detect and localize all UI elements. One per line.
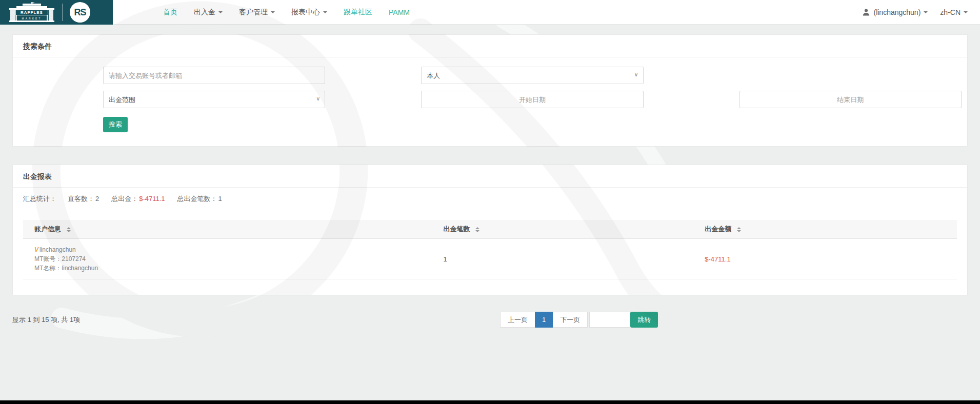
summary-direct-clients: 直客数：2 bbox=[68, 194, 99, 204]
user-icon bbox=[863, 9, 870, 16]
header-account-info[interactable]: 账户信息 bbox=[23, 220, 443, 239]
page-content: 搜索条件 本人 出金范围 bbox=[0, 34, 980, 328]
cell-withdrawal-amount: $-4711.1 bbox=[705, 239, 957, 279]
withdraw-range-select[interactable]: 出金范围 bbox=[103, 91, 325, 108]
table-footer: 显示 1 到 15 项, 共 1项 上一页 1 下一页 跳转 bbox=[12, 312, 968, 328]
cell-account-info: Vlinchangchun MT账号：2107274 MT名称：linchang… bbox=[23, 239, 443, 279]
page-1-button[interactable]: 1 bbox=[535, 312, 553, 328]
search-panel-title: 搜索条件 bbox=[13, 35, 967, 57]
vip-badge-icon: V bbox=[34, 246, 38, 253]
search-panel: 搜索条件 本人 出金范围 bbox=[12, 34, 968, 147]
owner-select[interactable]: 本人 bbox=[421, 67, 643, 84]
summary-total-withdrawal: 总出金：$-4711.1 bbox=[111, 194, 165, 204]
summary-statistics: 汇总统计： 直客数：2 总出金：$-4711.1 总出金笔数：1 bbox=[13, 188, 967, 209]
withdrawal-report-table: 账户信息 出金笔数 出金金额 bbox=[23, 220, 957, 279]
summary-label: 汇总统计： bbox=[23, 194, 56, 204]
chevron-down-icon bbox=[218, 11, 223, 13]
sort-icon bbox=[475, 227, 479, 232]
mt-name-line: MT名称：linchangchun bbox=[34, 264, 439, 273]
rs-logo: RS bbox=[70, 2, 90, 23]
language-label: zh-CN bbox=[940, 8, 961, 16]
brand-block: RAFFLES MARKET RS bbox=[0, 0, 113, 25]
brand-subtitle: MARKET bbox=[15, 17, 48, 20]
user-menu[interactable]: (linchangchun) bbox=[856, 0, 934, 25]
raffles-building-logo: RAFFLES MARKET bbox=[8, 2, 55, 23]
chevron-down-icon bbox=[964, 11, 968, 13]
nav-item-copy-community[interactable]: 跟单社区 bbox=[335, 0, 381, 25]
report-panel-title: 出金报表 bbox=[13, 165, 967, 188]
account-name-line: Vlinchangchun bbox=[34, 245, 439, 254]
sort-icon bbox=[67, 227, 71, 232]
cell-withdrawal-count: 1 bbox=[443, 239, 705, 279]
jump-page-input[interactable] bbox=[589, 312, 630, 328]
nav-item-home[interactable]: 首页 bbox=[155, 0, 186, 25]
chevron-down-icon bbox=[323, 11, 327, 13]
table-header-row: 账户信息 出金笔数 出金金额 bbox=[23, 220, 957, 239]
withdraw-range-select-wrap: 出金范围 bbox=[103, 91, 325, 108]
language-selector[interactable]: zh-CN bbox=[934, 0, 974, 25]
main-nav: 首页 出入金 客户管理 报表中心 跟单社区 PAMM bbox=[155, 0, 418, 24]
search-form-row-1: 本人 bbox=[13, 67, 967, 84]
chevron-down-icon bbox=[924, 11, 928, 13]
top-navbar: RAFFLES MARKET RS 首页 出入金 客户管理 报表中心 跟单社区 … bbox=[0, 0, 980, 25]
start-date-input[interactable] bbox=[421, 91, 643, 108]
header-withdrawal-amount[interactable]: 出金金额 bbox=[705, 220, 957, 239]
pagination: 上一页 1 下一页 跳转 bbox=[500, 312, 658, 328]
header-withdrawal-count[interactable]: 出金笔数 bbox=[443, 220, 705, 239]
brand-divider bbox=[63, 4, 63, 21]
total-withdrawal-value: $-4711.1 bbox=[139, 195, 165, 203]
withdrawal-report-panel: 出金报表 汇总统计： 直客数：2 总出金：$-4711.1 总出金笔数：1 账户… bbox=[12, 165, 968, 295]
navbar-right: (linchangchun) zh-CN bbox=[856, 0, 980, 24]
next-page-button[interactable]: 下一页 bbox=[553, 312, 588, 328]
bottom-bar bbox=[0, 400, 980, 404]
summary-total-count: 总出金笔数：1 bbox=[177, 194, 222, 204]
user-name: (linchangchun) bbox=[873, 8, 921, 16]
brand-name: RAFFLES bbox=[15, 10, 48, 15]
nav-item-pamm[interactable]: PAMM bbox=[381, 0, 418, 25]
table-row: Vlinchangchun MT账号：2107274 MT名称：linchang… bbox=[23, 239, 957, 279]
prev-page-button[interactable]: 上一页 bbox=[500, 312, 535, 328]
nav-item-deposit-withdraw[interactable]: 出入金 bbox=[186, 0, 231, 25]
pagination-summary: 显示 1 到 15 项, 共 1项 bbox=[12, 312, 968, 328]
owner-select-wrap: 本人 bbox=[421, 67, 643, 84]
search-button[interactable]: 搜索 bbox=[103, 117, 128, 132]
end-date-input[interactable] bbox=[739, 91, 962, 108]
sort-icon bbox=[737, 227, 741, 232]
chevron-down-icon bbox=[271, 11, 275, 13]
mt-account-line: MT账号：2107274 bbox=[34, 254, 439, 264]
jump-button[interactable]: 跳转 bbox=[630, 312, 658, 328]
account-search-input[interactable] bbox=[103, 67, 325, 84]
search-form-row-2: 出金范围 bbox=[13, 91, 967, 108]
nav-item-client-management[interactable]: 客户管理 bbox=[231, 0, 283, 25]
nav-item-report-center[interactable]: 报表中心 bbox=[283, 0, 335, 25]
